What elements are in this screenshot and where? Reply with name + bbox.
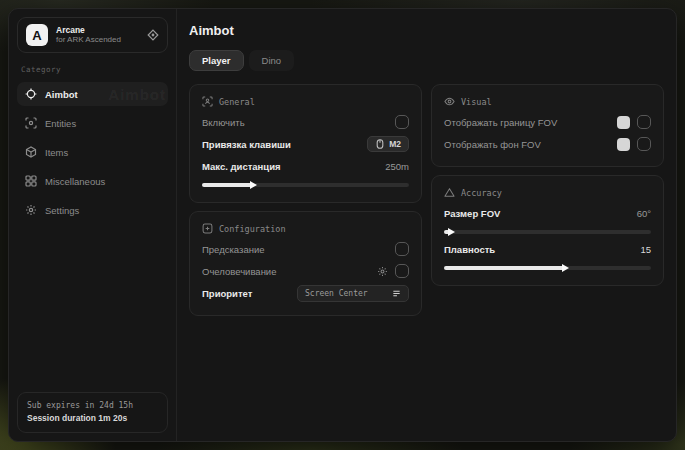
fov-border-checkbox[interactable] bbox=[637, 115, 651, 129]
sidebar-item-aimbot[interactable]: Aimbot Aimbot bbox=[17, 82, 168, 106]
enable-label: Включить bbox=[202, 117, 245, 128]
box-icon bbox=[25, 146, 37, 158]
humanization-checkbox[interactable] bbox=[395, 264, 409, 278]
mouse-icon bbox=[375, 139, 385, 149]
brand-title: Arcane bbox=[56, 25, 139, 36]
brand-subtitle: for ARK Ascended bbox=[56, 35, 139, 45]
sidebar-item-entities[interactable]: Entities bbox=[17, 111, 168, 135]
category-label: Category bbox=[21, 65, 164, 74]
content-area: General Включить Привязка клавиши bbox=[189, 84, 664, 316]
priority-label: Приоритет bbox=[202, 288, 252, 299]
priority-value: Screen Center bbox=[305, 289, 368, 298]
scan-icon bbox=[25, 117, 37, 129]
visual-card: Visual Отображать границу FOV Отображать… bbox=[431, 84, 664, 167]
fov-size-slider-fill[interactable] bbox=[444, 230, 448, 234]
sidebar-item-miscellaneous[interactable]: Miscellaneous bbox=[17, 169, 168, 193]
prediction-label: Предсказание bbox=[202, 244, 265, 255]
card-header-label: Configuration bbox=[219, 224, 286, 234]
sidebar-item-label: Items bbox=[45, 147, 68, 158]
sidebar-item-items[interactable]: Items bbox=[17, 140, 168, 164]
smoothness-label: Плавность bbox=[444, 244, 495, 255]
fov-border-label: Отображать границу FOV bbox=[444, 117, 557, 128]
sub-expires-text: Sub expires in 24d 15h bbox=[27, 400, 158, 412]
prediction-checkbox[interactable] bbox=[395, 242, 409, 256]
tab-dino[interactable]: Dino bbox=[249, 50, 295, 71]
distance-slider-fill[interactable] bbox=[202, 183, 250, 187]
fov-size-row: Размер FOV 60° bbox=[444, 202, 651, 224]
eye-icon bbox=[444, 96, 455, 107]
app-window: A Arcane for ARK Ascended Category Aimbo… bbox=[8, 8, 677, 442]
general-card: General Включить Привязка клавиши bbox=[189, 84, 422, 203]
fov-background-checkbox[interactable] bbox=[637, 137, 651, 151]
configuration-card: Configuration Предсказание Очеловечивани… bbox=[189, 211, 422, 316]
accuracy-card: Accuracy Размер FOV 60° Плавность 15 bbox=[431, 175, 664, 286]
gear-icon bbox=[25, 204, 37, 216]
keybind-row: Привязка клавиши M2 bbox=[202, 133, 409, 155]
fov-size-value: 60° bbox=[637, 208, 651, 219]
fov-size-label: Размер FOV bbox=[444, 208, 500, 219]
priority-row: Приоритет Screen Center bbox=[202, 282, 409, 304]
tab-bar: Player Dino bbox=[189, 50, 664, 71]
fov-size-slider[interactable] bbox=[444, 230, 651, 234]
sidebar-item-label: Miscellaneous bbox=[45, 176, 105, 187]
card-header-label: Accuracy bbox=[461, 188, 502, 198]
tune-icon bbox=[202, 223, 213, 234]
keybind-value: M2 bbox=[389, 139, 401, 149]
distance-value: 250m bbox=[385, 161, 409, 172]
smoothness-value: 15 bbox=[640, 244, 651, 255]
priority-dropdown[interactable]: Screen Center bbox=[297, 285, 409, 302]
distance-slider[interactable] bbox=[202, 183, 409, 187]
list-icon bbox=[392, 289, 401, 298]
fov-background-row: Отображать фон FOV bbox=[444, 133, 651, 155]
enable-row: Включить bbox=[202, 111, 409, 133]
fov-background-color-swatch[interactable] bbox=[617, 138, 630, 151]
humanization-settings-icon[interactable] bbox=[377, 266, 388, 277]
fov-border-row: Отображать границу FOV bbox=[444, 111, 651, 133]
smoothness-slider[interactable] bbox=[444, 266, 651, 270]
keybind-label: Привязка клавиши bbox=[202, 139, 291, 150]
sidebar-item-settings[interactable]: Settings bbox=[17, 198, 168, 222]
triangle-icon bbox=[444, 187, 455, 198]
fov-border-color-swatch[interactable] bbox=[617, 116, 630, 129]
humanization-row: Очеловечивание bbox=[202, 260, 409, 282]
brand-card: A Arcane for ARK Ascended bbox=[17, 17, 168, 53]
keybind-button[interactable]: M2 bbox=[367, 136, 409, 152]
focus-icon[interactable] bbox=[147, 29, 159, 41]
subscription-status: Sub expires in 24d 15h Session duration … bbox=[17, 392, 168, 433]
fov-background-label: Отображать фон FOV bbox=[444, 139, 541, 150]
sidebar: A Arcane for ARK Ascended Category Aimbo… bbox=[9, 9, 177, 441]
humanization-label: Очеловечивание bbox=[202, 266, 276, 277]
main-panel: Aimbot Player Dino General bbox=[177, 9, 676, 441]
prediction-row: Предсказание bbox=[202, 238, 409, 260]
sidebar-item-label: Entities bbox=[45, 118, 76, 129]
distance-row: Макс. дистанция 250m bbox=[202, 155, 409, 177]
enable-checkbox[interactable] bbox=[395, 115, 409, 129]
sidebar-item-label: Aimbot bbox=[45, 89, 78, 100]
card-header-label: Visual bbox=[461, 97, 492, 107]
brand-logo: A bbox=[26, 24, 48, 46]
distance-label: Макс. дистанция bbox=[202, 161, 281, 172]
page-title: Aimbot bbox=[189, 23, 664, 38]
sidebar-watermark: Aimbot bbox=[108, 86, 166, 103]
sidebar-nav: Aimbot Aimbot Entities Items bbox=[17, 82, 168, 222]
smoothness-slider-fill[interactable] bbox=[444, 266, 562, 270]
tab-player[interactable]: Player bbox=[189, 50, 244, 71]
card-header-label: General bbox=[219, 97, 255, 107]
grid-icon bbox=[25, 175, 37, 187]
sidebar-item-label: Settings bbox=[45, 205, 79, 216]
crosshair-icon bbox=[25, 88, 37, 100]
session-duration-text: Session duration 1m 20s bbox=[27, 412, 158, 425]
smoothness-row: Плавность 15 bbox=[444, 238, 651, 260]
person-scan-icon bbox=[202, 96, 213, 107]
